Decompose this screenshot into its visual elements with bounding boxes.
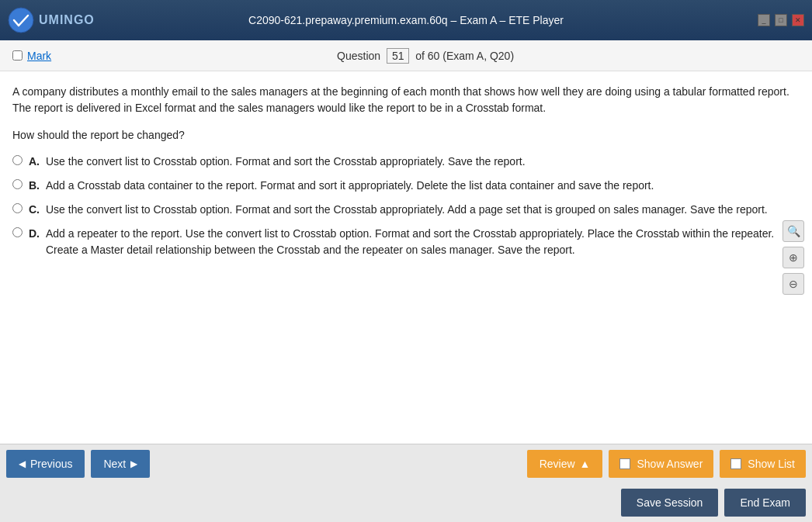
option-d-letter: D. bbox=[29, 226, 40, 242]
option-b-letter: B. bbox=[29, 178, 40, 194]
search-tool-button[interactable]: 🔍 bbox=[783, 220, 804, 242]
next-button[interactable]: Next ▶ bbox=[91, 450, 150, 478]
mark-label[interactable]: Mark bbox=[27, 50, 51, 62]
save-session-label: Save Session bbox=[637, 496, 703, 509]
prev-arrow-icon: ◀ bbox=[19, 458, 26, 469]
option-a: A. Use the convert list to Crosstab opti… bbox=[12, 154, 800, 170]
save-session-button[interactable]: Save Session bbox=[621, 489, 719, 517]
next-arrow-icon: ▶ bbox=[130, 458, 137, 469]
show-list-checkbox bbox=[730, 458, 741, 469]
show-list-button[interactable]: Show List bbox=[720, 450, 806, 478]
review-button[interactable]: Review ▲ bbox=[527, 450, 603, 478]
toolbar-row1: ◀ Previous Next ▶ Review ▲ Show Answer S… bbox=[0, 444, 812, 483]
option-b: B. Add a Crosstab data container to the … bbox=[12, 178, 800, 194]
options-list: A. Use the convert list to Crosstab opti… bbox=[12, 154, 800, 258]
mark-checkbox-input[interactable] bbox=[12, 50, 23, 60]
show-answer-label: Show Answer bbox=[637, 458, 703, 470]
option-a-radio[interactable] bbox=[12, 155, 23, 165]
mark-checkbox[interactable]: Mark bbox=[12, 50, 51, 62]
end-exam-label: End Exam bbox=[740, 496, 790, 509]
question-label: Question bbox=[337, 50, 380, 62]
header-bar: Mark Question 51 of 60 (Exam A, Q20) bbox=[0, 40, 812, 71]
logo: UMINGO bbox=[8, 7, 95, 33]
question-area: A company distributes a monthly email to… bbox=[0, 71, 812, 444]
minimize-button[interactable]: _ bbox=[758, 14, 770, 26]
show-answer-button[interactable]: Show Answer bbox=[609, 450, 713, 478]
svg-point-0 bbox=[9, 8, 33, 33]
maximize-button[interactable]: □ bbox=[775, 14, 787, 26]
toolbar-row2: Save Session End Exam bbox=[0, 483, 812, 522]
option-c-radio[interactable] bbox=[12, 203, 23, 213]
review-label: Review bbox=[540, 458, 575, 470]
question-total: of 60 (Exam A, Q20) bbox=[415, 50, 514, 62]
window-controls: _ □ ✕ bbox=[758, 14, 804, 26]
title-bar: UMINGO C2090-621.prepaway.premium.exam.6… bbox=[0, 0, 812, 40]
question-stem: How should the report be changed? bbox=[12, 129, 800, 141]
zoom-in-button[interactable]: ⊕ bbox=[783, 247, 804, 268]
option-c: C. Use the convert list to Crosstab opti… bbox=[12, 202, 800, 218]
review-arrow-icon: ▲ bbox=[580, 458, 591, 470]
show-list-label: Show List bbox=[748, 458, 795, 470]
option-c-text: Use the convert list to Crosstab option.… bbox=[46, 202, 800, 218]
main-container: Mark Question 51 of 60 (Exam A, Q20) A c… bbox=[0, 40, 812, 522]
question-info: Question 51 of 60 (Exam A, Q20) bbox=[337, 48, 514, 64]
end-exam-button[interactable]: End Exam bbox=[724, 489, 806, 517]
next-label: Next bbox=[103, 458, 126, 470]
option-d: D. Add a repeater to the report. Use the… bbox=[12, 226, 800, 258]
option-d-radio[interactable] bbox=[12, 227, 23, 237]
option-b-text: Add a Crosstab data container to the rep… bbox=[46, 178, 800, 194]
bottom-toolbar: ◀ Previous Next ▶ Review ▲ Show Answer S… bbox=[0, 444, 812, 522]
previous-label: Previous bbox=[30, 458, 72, 470]
option-b-radio[interactable] bbox=[12, 179, 23, 189]
option-c-letter: C. bbox=[29, 202, 40, 218]
zoom-out-button[interactable]: ⊖ bbox=[783, 273, 804, 295]
question-number: 51 bbox=[387, 48, 410, 64]
window-title: C2090-621.prepaway.premium.exam.60q – Ex… bbox=[248, 14, 564, 26]
option-a-letter: A. bbox=[29, 154, 40, 170]
option-a-text: Use the convert list to Crosstab option.… bbox=[46, 154, 800, 170]
question-body-text: A company distributes a monthly email to… bbox=[12, 84, 800, 116]
show-answer-checkbox bbox=[619, 458, 630, 469]
previous-button[interactable]: ◀ Previous bbox=[6, 450, 85, 478]
side-tools: 🔍 ⊕ ⊖ bbox=[783, 220, 804, 295]
close-button[interactable]: ✕ bbox=[792, 14, 804, 26]
logo-text: UMINGO bbox=[39, 13, 95, 27]
option-d-text: Add a repeater to the report. Use the co… bbox=[46, 226, 800, 258]
